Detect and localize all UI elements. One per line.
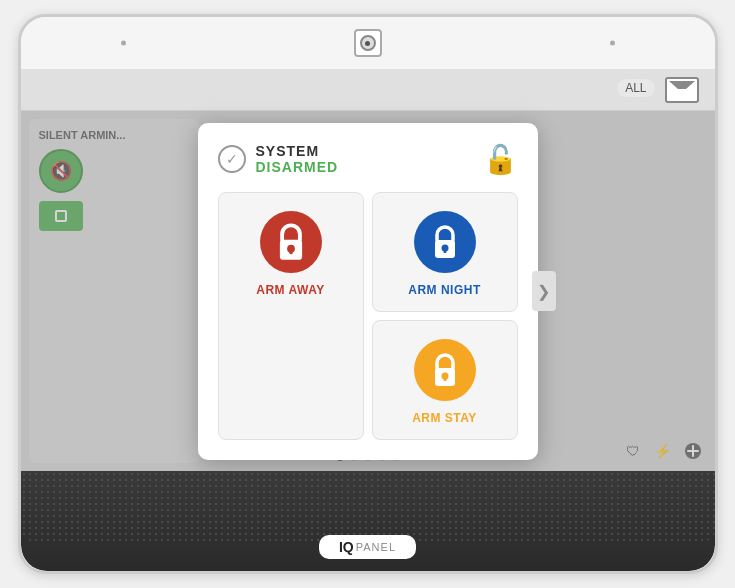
brand-panel-text: PANEL [356, 541, 396, 553]
svg-rect-2 [443, 248, 446, 253]
device-top-bar [21, 17, 715, 69]
arm-night-icon-circle [414, 211, 476, 273]
screen-body: SILENT ARMIN... 🔇 [21, 111, 715, 471]
check-circle-icon: ✓ [218, 145, 246, 173]
modal-overlay: ✓ SYSTEM DISARMED 🔓 [21, 111, 715, 471]
modal-header: ✓ SYSTEM DISARMED 🔓 [218, 143, 518, 176]
arm-away-button[interactable]: ARM AWAY [218, 192, 364, 440]
arm-night-button[interactable]: ARM NIGHT [372, 192, 518, 312]
screen-background: ALL SILENT ARMIN... 🔇 [21, 69, 715, 471]
modal-title-text: SYSTEM DISARMED [256, 143, 339, 175]
system-label: SYSTEM [256, 143, 339, 159]
svg-rect-5 [289, 248, 292, 254]
unlocked-lock-icon: 🔓 [483, 143, 518, 176]
svg-rect-8 [443, 376, 446, 381]
mail-icon[interactable] [665, 77, 699, 103]
arm-stay-label: ARM STAY [412, 411, 477, 425]
arm-stay-button[interactable]: ARM STAY [372, 320, 518, 440]
arm-away-label: ARM AWAY [256, 283, 324, 297]
device-bottom-speaker: IQ PANEL [21, 471, 715, 571]
screen-header: ALL [21, 69, 715, 111]
modal-chevron-icon[interactable]: ❯ [532, 271, 556, 311]
arm-night-label: ARM NIGHT [408, 283, 481, 297]
modal-title-area: ✓ SYSTEM DISARMED [218, 143, 339, 175]
arm-modal: ✓ SYSTEM DISARMED 🔓 [198, 123, 538, 460]
speaker-grille [21, 471, 715, 541]
check-mark: ✓ [226, 151, 238, 167]
lock-icon-away [273, 222, 309, 262]
brand-label: IQ PANEL [319, 535, 416, 559]
arm-options-grid: ARM NIGHT [218, 192, 518, 440]
system-status: DISARMED [256, 159, 339, 175]
arm-stay-icon-circle [414, 339, 476, 401]
top-indicator-dots [21, 41, 715, 46]
arm-away-icon-circle [260, 211, 322, 273]
lock-icon-stay [429, 352, 461, 388]
dot-right [610, 41, 615, 46]
device-screen: ALL SILENT ARMIN... 🔇 [21, 69, 715, 471]
dot-left [121, 41, 126, 46]
brand-iq-text: IQ [339, 539, 354, 555]
all-label[interactable]: ALL [617, 79, 654, 97]
lock-icon-night [429, 224, 461, 260]
device-shell: ALL SILENT ARMIN... 🔇 [18, 14, 718, 574]
